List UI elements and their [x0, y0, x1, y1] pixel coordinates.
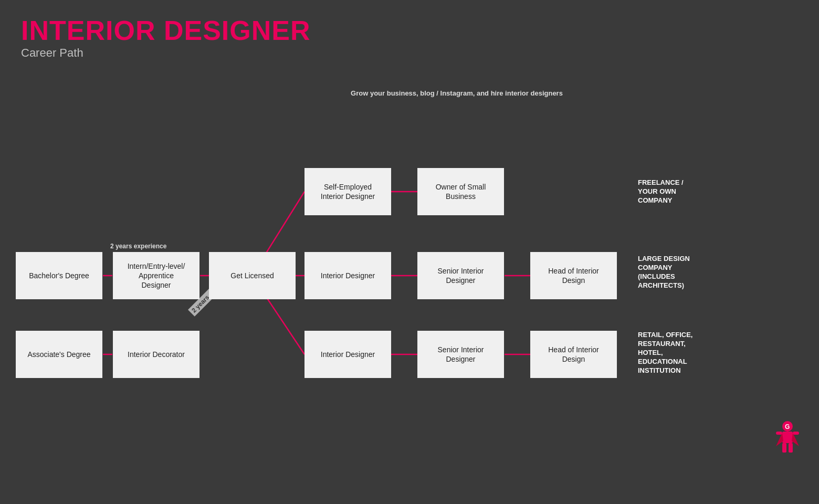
box-senior-mid2: Senior InteriorDesigner: [417, 331, 504, 378]
row-label-retail: RETAIL, OFFICE,RESTAURANT,HOTEL,EDUCATIO…: [638, 331, 732, 375]
box-head-mid2: Head of InteriorDesign: [530, 331, 617, 378]
box-associates: Associate's Degree: [16, 331, 102, 378]
page-title: INTERIOR DESIGNER: [21, 17, 798, 44]
svg-rect-17: [789, 443, 793, 453]
svg-rect-13: [782, 432, 793, 443]
box-self-employed: Self-EmployedInterior Designer: [304, 168, 391, 215]
box-decorator: Interior Decorator: [113, 331, 200, 378]
grow-label: Grow your business, blog / Instagram, an…: [304, 89, 609, 97]
row-label-freelance: FREELANCE /YOUR OWNCOMPANY: [638, 178, 732, 205]
diagram-area: Grow your business, blog / Instagram, an…: [0, 74, 819, 472]
svg-text:G: G: [785, 423, 790, 430]
exp-label-2years: 2 years experience: [110, 243, 166, 250]
svg-rect-16: [782, 443, 786, 453]
svg-rect-19: [793, 432, 799, 435]
box-interior-mid1: Interior Designer: [304, 252, 391, 299]
svg-rect-18: [776, 432, 782, 435]
box-get-licensed: Get Licensed: [209, 252, 296, 299]
box-head-mid1: Head of InteriorDesign: [530, 252, 617, 299]
row-label-large-design: LARGE DESIGNCOMPANY(INCLUDESARCHITECTS): [638, 255, 732, 290]
box-senior-mid1: Senior InteriorDesigner: [417, 252, 504, 299]
header: INTERIOR DESIGNER Career Path: [0, 0, 819, 65]
box-interior-mid2: Interior Designer: [304, 331, 391, 378]
box-bachelors: Bachelor's Degree: [16, 252, 102, 299]
page-subtitle: Career Path: [21, 46, 798, 60]
logo: G: [772, 420, 803, 457]
box-intern: Intern/Entry-level/ApprenticeDesigner: [113, 252, 200, 299]
box-owner-small: Owner of SmallBusiness: [417, 168, 504, 215]
